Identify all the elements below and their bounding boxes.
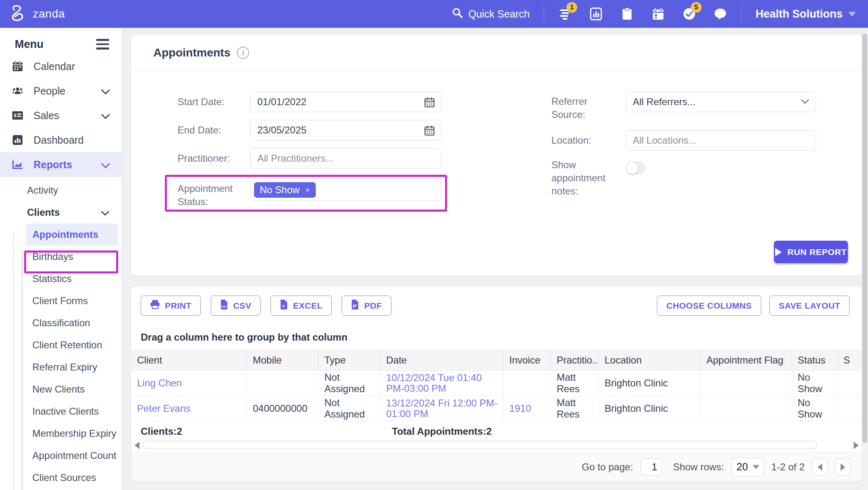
page-scrollbar[interactable] bbox=[861, 28, 868, 490]
column-header-appointment-flag[interactable]: Appointment Flag bbox=[701, 350, 792, 370]
client-link[interactable]: Ling Chen bbox=[131, 370, 247, 396]
account-menu[interactable]: Health Solutions bbox=[756, 8, 856, 20]
reports-icon bbox=[12, 159, 23, 170]
invoice-link[interactable]: 1910 bbox=[504, 396, 551, 421]
excel-label: EXCEL bbox=[293, 301, 322, 311]
sidebar-subitem-label: Clients bbox=[27, 207, 60, 218]
show-notes-toggle[interactable] bbox=[626, 162, 645, 174]
sidebar-item-appointments[interactable]: Appointments bbox=[26, 224, 118, 246]
sidebar-item-statistics[interactable]: Statistics bbox=[0, 268, 121, 290]
location-label: Location: bbox=[551, 130, 591, 151]
svg-text:$: $ bbox=[14, 113, 17, 118]
column-header-date[interactable]: Date bbox=[380, 350, 504, 370]
appointments-table: Client Mobile Type Date Invoice Practiti… bbox=[131, 350, 862, 421]
sidebar-item-referral-expiry[interactable]: Referral Expiry bbox=[0, 356, 121, 378]
sidebar-item-new-clients[interactable]: New Clients bbox=[0, 378, 121, 400]
sidebar-item-inactive-clients[interactable]: Inactive Clients bbox=[0, 400, 121, 422]
previous-page-button[interactable] bbox=[812, 458, 828, 476]
calendar-picker-icon[interactable] bbox=[424, 97, 435, 109]
column-header-mobile[interactable]: Mobile bbox=[247, 350, 319, 370]
menu-collapse-icon[interactable] bbox=[96, 39, 109, 50]
end-date-field bbox=[250, 120, 441, 140]
csv-label: CSV bbox=[233, 301, 251, 311]
column-header-client[interactable]: Client bbox=[131, 350, 247, 370]
column-header-practitioner[interactable]: Practitio... bbox=[551, 350, 599, 370]
play-icon bbox=[775, 248, 782, 256]
sidebar-item-client-forms[interactable]: Client Forms bbox=[0, 290, 121, 312]
sidebar-item-appointment-count[interactable]: Appointment Count bbox=[0, 445, 121, 467]
sidebar-item-dashboard[interactable]: Dashboard bbox=[0, 128, 121, 152]
chat-icon[interactable] bbox=[713, 7, 727, 21]
practitioner-cell: Matt Rees bbox=[551, 370, 599, 396]
location-cell: Brighton Clinic bbox=[599, 370, 701, 396]
scroll-left-icon[interactable] bbox=[135, 442, 139, 449]
extra-cell bbox=[838, 370, 862, 396]
sidebar-subitem-label: Client Forms bbox=[32, 295, 88, 307]
referrer-source-select[interactable]: All Referrers... bbox=[626, 92, 816, 112]
calendar-icon[interactable] bbox=[651, 7, 665, 21]
waitlist-icon[interactable]: 1 bbox=[558, 7, 572, 21]
sidebar-subitem-label: Client Sources bbox=[32, 472, 96, 483]
reports-chart-icon[interactable] bbox=[589, 7, 603, 21]
sidebar-item-classification[interactable]: Classification bbox=[0, 312, 121, 334]
sidebar-item-activity[interactable]: Activity bbox=[0, 179, 121, 201]
start-date-input[interactable] bbox=[251, 96, 441, 108]
sidebar-item-client-sources[interactable]: Client Sources bbox=[0, 467, 121, 489]
sidebar-item-clients[interactable]: Clients bbox=[0, 201, 121, 224]
brand-logo[interactable]: zanda bbox=[9, 4, 65, 24]
scroll-right-icon[interactable] bbox=[854, 442, 859, 449]
client-link[interactable]: Peter Evans bbox=[131, 396, 247, 421]
brand-name: zanda bbox=[33, 7, 65, 20]
go-to-page-label: Go to page: bbox=[582, 461, 633, 473]
clipboard-icon[interactable] bbox=[620, 7, 634, 21]
date-link[interactable]: 13/12/2024 Fri 12:00 PM-01:00 PM bbox=[380, 396, 504, 421]
column-header-truncated[interactable]: S bbox=[838, 350, 862, 370]
sidebar-item-sales[interactable]: $ Sales bbox=[0, 103, 121, 128]
csv-button[interactable]: csv CSV bbox=[211, 296, 261, 316]
sidebar-item-client-retention[interactable]: Client Retention bbox=[0, 334, 121, 356]
sidebar-item-people[interactable]: People bbox=[0, 79, 121, 103]
choose-columns-button[interactable]: CHOOSE COLUMNS bbox=[657, 296, 761, 316]
sidebar: Menu Calendar People $ Sales Dashboard bbox=[0, 28, 121, 490]
excel-button[interactable]: x EXCEL bbox=[270, 296, 332, 316]
column-header-location[interactable]: Location bbox=[599, 350, 701, 370]
scrollbar-thumb[interactable] bbox=[143, 441, 817, 449]
page-scrollbar-thumb[interactable] bbox=[862, 34, 867, 443]
end-date-input[interactable] bbox=[251, 124, 441, 136]
sidebar-subitem-label: Referral Expiry bbox=[32, 361, 97, 373]
sidebar-item-calendar[interactable]: Calendar bbox=[0, 54, 121, 79]
practitioner-input[interactable] bbox=[251, 153, 441, 164]
print-button[interactable]: PRINT bbox=[141, 296, 201, 316]
pdf-button[interactable]: PDF bbox=[342, 296, 391, 316]
calendar-picker-icon[interactable] bbox=[424, 125, 435, 138]
run-report-button[interactable]: RUN REPORT bbox=[774, 241, 848, 263]
start-date-label: Start Date: bbox=[178, 92, 225, 112]
quick-search[interactable]: Quick Search bbox=[452, 7, 530, 20]
zanda-logo-icon bbox=[9, 4, 28, 24]
save-layout-button[interactable]: SAVE LAYOUT bbox=[769, 296, 850, 316]
next-page-button[interactable] bbox=[835, 458, 850, 476]
column-header-status[interactable]: Status bbox=[792, 350, 838, 370]
rows-per-page-select[interactable]: 20 bbox=[731, 458, 764, 476]
page-number-input[interactable] bbox=[641, 458, 662, 476]
appointment-flag-cell bbox=[701, 396, 792, 421]
chip-remove-icon[interactable]: × bbox=[305, 185, 310, 194]
start-date-field bbox=[250, 92, 441, 112]
date-link[interactable]: 10/12/2024 Tue 01:40 PM-03:00 PM bbox=[380, 370, 504, 396]
svg-text:csv: csv bbox=[221, 305, 227, 308]
appointment-flag-cell bbox=[701, 370, 792, 396]
column-header-invoice[interactable]: Invoice bbox=[504, 350, 551, 370]
sidebar-item-membership-expiry[interactable]: Membership Expiry bbox=[0, 422, 121, 445]
search-icon bbox=[452, 7, 463, 20]
column-header-type[interactable]: Type bbox=[319, 350, 380, 370]
sidebar-item-reports[interactable]: Reports bbox=[0, 152, 121, 177]
sidebar-subitem-label: Classification bbox=[32, 317, 90, 329]
topbar-divider-2 bbox=[741, 5, 742, 23]
sidebar-item-birthdays[interactable]: Birthdays bbox=[0, 246, 121, 268]
rows-per-page-value: 20 bbox=[737, 461, 748, 473]
appointment-status-field[interactable]: No Show × bbox=[250, 179, 441, 201]
info-icon[interactable]: i bbox=[237, 47, 249, 59]
invoice-cell bbox=[504, 370, 551, 396]
tasks-icon[interactable]: 5 bbox=[682, 7, 696, 21]
location-input[interactable] bbox=[626, 135, 816, 146]
